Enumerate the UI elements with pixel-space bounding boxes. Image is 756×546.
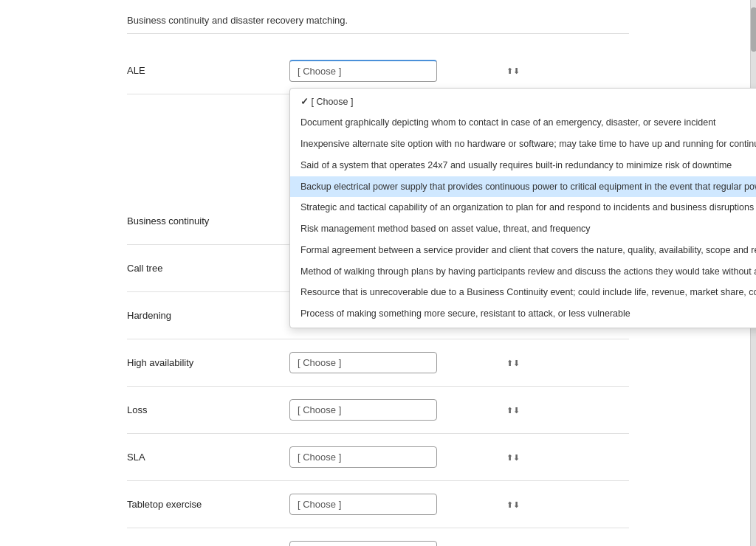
matching-row-sla: SLA [ Choose ] ⬆⬇ — [127, 434, 629, 481]
matching-row-tabletop: Tabletop exercise [ Choose ] ⬆⬇ — [127, 481, 629, 528]
dropdown-item-7[interactable]: Formal agreement between a service provi… — [290, 240, 756, 261]
dropdown-item-10[interactable]: Process of making something more secure,… — [290, 303, 756, 325]
select-arrow-ha: ⬆⬇ — [506, 358, 520, 367]
select-container-ale: [ Choose ] ⬆⬇ [ Choose ] Document graphi… — [289, 60, 629, 82]
term-sla: SLA — [127, 452, 289, 463]
dropdown-item-2[interactable]: Inexpensive alternate site option with n… — [290, 134, 756, 155]
dropdown-item-4[interactable]: Backup electrical power supply that prov… — [290, 176, 756, 198]
dropdown-item-6[interactable]: Risk management method based on asset va… — [290, 218, 756, 240]
matching-row-ale: ALE [ Choose ] ⬆⬇ [ Choose ] Document gr… — [127, 47, 629, 94]
matching-row-loss: Loss [ Choose ] ⬆⬇ — [127, 387, 629, 434]
dropdown-item-8[interactable]: Method of walking through plans by havin… — [290, 261, 756, 283]
dropdown-item-1[interactable]: Document graphically depicting whom to c… — [290, 112, 756, 134]
term-business-continuity: Business continuity — [127, 215, 289, 227]
dropdown-item-choose[interactable]: [ Choose ] — [290, 91, 756, 113]
matching-row-ups: UPS [ Choose ] ⬆⬇ — [127, 528, 629, 546]
term-loss: Loss — [127, 404, 289, 415]
scrollbar-thumb[interactable] — [751, 7, 756, 52]
dropdown-item-9[interactable]: Resource that is unrecoverable due to a … — [290, 282, 756, 303]
select-arrow-tabletop: ⬆⬇ — [506, 500, 520, 509]
matching-row-high-availability: High availability [ Choose ] ⬆⬇ — [127, 339, 629, 387]
dropdown-item-3[interactable]: Said of a system that operates 24x7 and … — [290, 155, 756, 176]
dropdown-ale: [ Choose ] Document graphically depictin… — [289, 88, 756, 328]
select-ale[interactable]: [ Choose ] — [289, 60, 437, 82]
select-container-sla: [ Choose ] ⬆⬇ — [289, 446, 629, 468]
select-arrow-sla: ⬆⬇ — [506, 452, 520, 462]
term-call-tree: Call tree — [127, 263, 289, 274]
select-arrow-l: ⬆⬇ — [506, 405, 520, 415]
page-title: Business continuity and disaster recover… — [127, 15, 629, 34]
select-tabletop[interactable]: [ Choose ] — [289, 494, 437, 515]
term-hardening: Hardening — [127, 310, 289, 321]
select-ups[interactable]: [ Choose ] — [289, 541, 437, 546]
select-container-loss: [ Choose ] ⬆⬇ — [289, 399, 629, 421]
page-container: Business continuity and disaster recover… — [0, 0, 756, 546]
term-tabletop: Tabletop exercise — [127, 499, 289, 510]
select-arrow-ale: ⬆⬇ — [506, 66, 520, 75]
select-container-ups: [ Choose ] ⬆⬇ — [289, 541, 629, 546]
select-container-high-availability: [ Choose ] ⬆⬇ — [289, 352, 629, 373]
select-sla[interactable]: [ Choose ] — [289, 446, 437, 468]
dropdown-item-5[interactable]: Strategic and tactical capability of an … — [290, 197, 756, 218]
term-high-availability: High availability — [127, 357, 289, 368]
main-content: Business continuity and disaster recover… — [120, 0, 636, 546]
select-high-availability[interactable]: [ Choose ] — [289, 352, 437, 373]
select-loss[interactable]: [ Choose ] — [289, 399, 437, 421]
term-ale: ALE — [127, 65, 289, 76]
select-container-tabletop: [ Choose ] ⬆⬇ — [289, 494, 629, 515]
